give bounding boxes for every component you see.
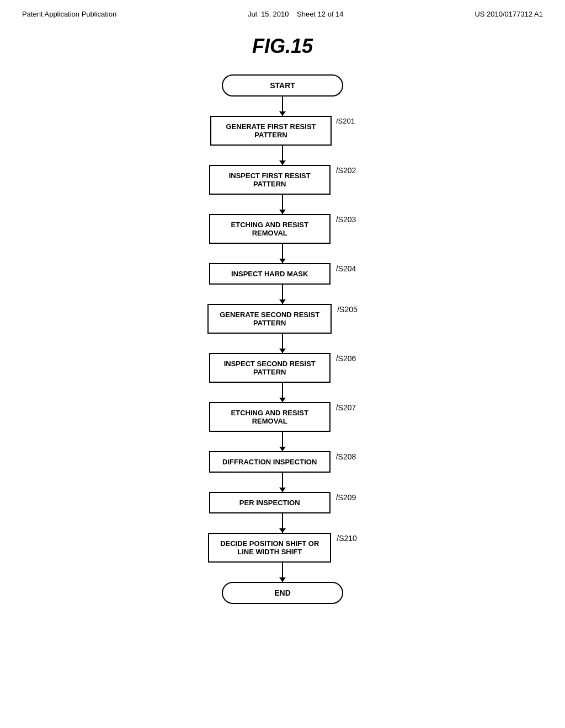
step-s207-box: ETCHING AND RESIST REMOVAL	[209, 402, 331, 432]
page-header: Patent Application Publication Jul. 15, …	[0, 0, 565, 24]
step-s207: ETCHING AND RESIST REMOVAL /S207	[209, 402, 356, 432]
step-s202-label: /S202	[336, 165, 356, 175]
step-s208-box: DIFFRACTION INSPECTION	[209, 451, 331, 473]
step-s203: ETCHING AND RESIST REMOVAL /S203	[209, 214, 356, 244]
step-s204-box: INSPECT HARD MASK	[209, 263, 331, 285]
arrow-2	[282, 195, 283, 214]
step-s204: INSPECT HARD MASK /S204	[209, 263, 356, 285]
step-s201-label: /S201	[336, 116, 355, 125]
end-node: END	[222, 582, 343, 604]
step-s201: GENERATE FIRST RESIST PATTERN /S201	[210, 116, 355, 146]
step-s210-box: DECIDE POSITION SHIFT OR LINE WIDTH SHIF…	[208, 533, 331, 563]
figure-title: FIG.15	[0, 35, 565, 58]
step-s208: DIFFRACTION INSPECTION /S208	[209, 451, 356, 473]
arrow-8	[282, 473, 283, 492]
step-s209-box: PER INSPECTION	[209, 492, 331, 513]
step-s202: INSPECT FIRST RESIST PATTERN /S202	[209, 165, 356, 195]
step-s210-label: /S210	[337, 533, 357, 543]
arrow-4	[282, 285, 283, 304]
arrow-10	[282, 563, 283, 582]
step-s206-label: /S206	[336, 353, 356, 363]
arrow-6	[282, 383, 283, 402]
step-s209-label: /S209	[336, 492, 356, 502]
step-s210: DECIDE POSITION SHIFT OR LINE WIDTH SHIF…	[208, 533, 357, 563]
step-s206: INSPECT SECOND RESIST PATTERN /S206	[209, 353, 356, 383]
step-s205-label: /S205	[337, 304, 358, 314]
step-s206-box: INSPECT SECOND RESIST PATTERN	[209, 353, 331, 383]
arrow-1	[282, 146, 283, 165]
header-publication: Patent Application Publication	[22, 10, 116, 18]
step-s208-label: /S208	[336, 451, 356, 461]
arrow-0	[282, 97, 283, 116]
arrow-7	[282, 432, 283, 451]
start-node: START	[222, 74, 343, 97]
step-s209: PER INSPECTION /S209	[209, 492, 356, 513]
arrow-5	[282, 334, 283, 353]
step-s201-box: GENERATE FIRST RESIST PATTERN	[210, 116, 332, 146]
step-s204-label: /S204	[336, 263, 356, 273]
header-patent-number: US 2010/0177312 A1	[475, 10, 543, 18]
step-s205: GENERATE SECOND RESIST PATTERN /S205	[207, 304, 358, 334]
step-s203-box: ETCHING AND RESIST REMOVAL	[209, 214, 331, 244]
step-s205-box: GENERATE SECOND RESIST PATTERN	[207, 304, 332, 334]
flowchart: START GENERATE FIRST RESIST PATTERN /S20…	[0, 74, 565, 626]
step-s207-label: /S207	[336, 402, 356, 412]
arrow-9	[282, 513, 283, 533]
arrow-3	[282, 244, 283, 263]
header-date-sheet: Jul. 15, 2010 Sheet 12 of 14	[248, 10, 343, 18]
step-s203-label: /S203	[336, 214, 356, 224]
step-s202-box: INSPECT FIRST RESIST PATTERN	[209, 165, 331, 195]
start-box: START	[222, 74, 343, 97]
end-box: END	[222, 582, 343, 604]
